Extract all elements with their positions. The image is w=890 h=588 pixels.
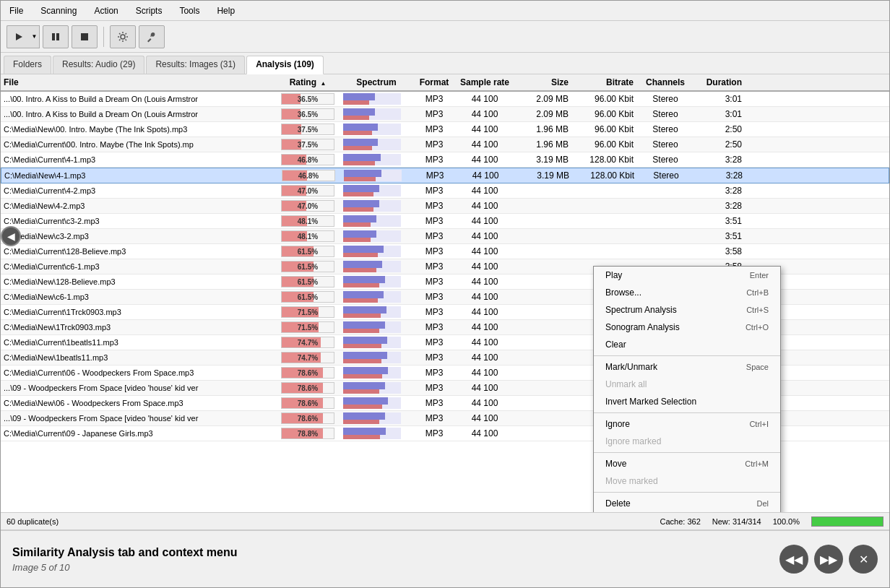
- nav-next-button[interactable]: ▶▶: [814, 545, 843, 574]
- col-header-duration[interactable]: Duration: [694, 76, 745, 89]
- ctx-item-label: Invert Marked Selection: [605, 397, 696, 407]
- table-row[interactable]: C:\Media\Current\00. Intro. Maybe (The I…: [1, 137, 889, 152]
- cell-samplerate: 44 100: [456, 92, 514, 105]
- cell-duration: 3:28: [694, 199, 745, 212]
- col-header-rating[interactable]: Rating ▲: [275, 76, 340, 89]
- menu-tools[interactable]: Tools: [176, 4, 202, 17]
- pause-button[interactable]: [43, 25, 69, 48]
- table-row[interactable]: C:\Media\Current\4-1.mp3 46.8% MP3 44 10…: [1, 152, 889, 168]
- tools-button[interactable]: [139, 25, 165, 48]
- caption-text: Similarity Analysis tab and context menu…: [12, 546, 238, 573]
- col-header-spectrum[interactable]: Spectrum: [340, 76, 412, 89]
- table-row[interactable]: ...\00. Intro. A Kiss to Build a Dream O…: [1, 92, 889, 107]
- cell-format: MP3: [412, 153, 456, 166]
- cell-size: [514, 326, 571, 329]
- context-menu-item-clear[interactable]: Clear: [594, 336, 780, 353]
- context-menu-item-mark-unmark[interactable]: Mark/UnmarkSpace: [594, 358, 780, 376]
- context-menu-item-ignore-marked: Ignore marked: [594, 433, 780, 450]
- table-row[interactable]: C:\Media\New\4-1.mp3 46.8% MP3 44 100 3.…: [1, 168, 889, 183]
- cell-file: C:\Media\Current\1beatls11.mp3: [1, 337, 275, 348]
- cell-spectrum: [340, 199, 412, 213]
- context-menu-item-move[interactable]: MoveCtrl+M: [594, 455, 780, 472]
- play-button[interactable]: [7, 25, 30, 48]
- context-menu-item-sonogram-analysis[interactable]: Sonogram AnalysisCtrl+O: [594, 319, 780, 336]
- cell-file: C:\Media\New\c3-2.mp3: [1, 230, 275, 242]
- context-menu-item-ignore[interactable]: IgnoreCtrl+I: [594, 415, 780, 433]
- col-header-size[interactable]: Size: [514, 76, 571, 89]
- cell-samplerate: 44 100: [456, 275, 514, 288]
- cell-bitrate: 96.00 Kbit: [571, 123, 636, 136]
- cell-bitrate: [571, 189, 636, 192]
- cell-file: C:\Media\New\128-Believe.mp3: [1, 276, 275, 287]
- cell-format: MP3: [412, 321, 456, 334]
- cell-spectrum: [340, 396, 412, 410]
- context-menu-item-browse---[interactable]: Browse...Ctrl+B: [594, 284, 780, 301]
- cell-size: [514, 250, 571, 253]
- cell-file: C:\Media\New\1Trck0903.mp3: [1, 321, 275, 333]
- context-menu-item-play[interactable]: PlayEnter: [594, 267, 780, 284]
- cell-duration: 2:50: [694, 123, 745, 136]
- cell-rating: 74.7%: [275, 335, 340, 350]
- cell-spectrum: [340, 411, 412, 425]
- cell-samplerate: 44 100: [456, 153, 514, 166]
- play-button-group: ▼: [7, 25, 40, 48]
- tab-results-audio[interactable]: Results: Audio (29): [53, 56, 144, 74]
- status-duplicates: 60 duplicate(s): [7, 517, 649, 526]
- context-menu-separator: [594, 492, 780, 493]
- cell-samplerate: 44 100: [456, 366, 514, 379]
- tab-results-images[interactable]: Results: Images (31): [146, 56, 245, 74]
- ctx-item-shortcut: Space: [746, 363, 769, 371]
- table-row[interactable]: ...\00. Intro. A Kiss to Build a Dream O…: [1, 107, 889, 122]
- cell-rating: 48.1%: [275, 229, 340, 243]
- cell-duration: 3:28: [694, 153, 745, 166]
- cell-format: MP3: [412, 92, 456, 105]
- col-header-file[interactable]: File: [1, 76, 275, 89]
- col-header-samplerate[interactable]: Sample rate: [456, 76, 514, 89]
- nav-close-button[interactable]: ✕: [849, 545, 878, 574]
- nav-prev-button[interactable]: ◀◀: [779, 545, 808, 574]
- cell-file: C:\Media\Current\128-Believe.mp3: [1, 246, 275, 257]
- table-row[interactable]: C:\Media\New\c3-2.mp3 48.1% MP3 44 100 3…: [1, 229, 889, 244]
- menu-scanning[interactable]: Scanning: [38, 4, 79, 17]
- tab-folders[interactable]: Folders: [4, 56, 51, 74]
- context-menu-separator: [594, 452, 780, 453]
- menu-scripts[interactable]: Scripts: [133, 4, 165, 17]
- back-button[interactable]: ◀: [1, 226, 21, 246]
- col-header-channels[interactable]: Channels: [636, 76, 694, 89]
- app-window: File Scanning Action Scripts Tools Help …: [0, 0, 890, 588]
- table-row[interactable]: C:\Media\Current\128-Believe.mp3 61.5% M…: [1, 244, 889, 259]
- cell-spectrum: [340, 426, 412, 441]
- cell-file: C:\Media\Current\4-1.mp3: [1, 154, 275, 165]
- menu-action[interactable]: Action: [91, 4, 121, 17]
- play-dropdown-arrow[interactable]: ▼: [30, 25, 40, 48]
- cell-size: [514, 356, 571, 359]
- cell-file: C:\Media\Current\c3-2.mp3: [1, 215, 275, 227]
- menu-help[interactable]: Help: [214, 4, 238, 17]
- col-header-bitrate[interactable]: Bitrate: [571, 76, 636, 89]
- context-menu-item-invert-marked-selection[interactable]: Invert Marked Selection: [594, 393, 780, 410]
- cell-samplerate: 44 100: [456, 138, 514, 151]
- cell-duration: 3:28: [695, 169, 746, 182]
- ctx-item-label: Ignore marked: [605, 436, 661, 446]
- col-header-format[interactable]: Format: [412, 76, 456, 89]
- cell-rating: 37.5%: [275, 137, 340, 152]
- table-row[interactable]: C:\Media\Current\c3-2.mp3 48.1% MP3 44 1…: [1, 214, 889, 229]
- cell-spectrum: [340, 122, 412, 137]
- ctx-item-label: Unmark all: [605, 379, 647, 389]
- table-row[interactable]: C:\Media\New\4-2.mp3 47.0% MP3 44 100 3:…: [1, 199, 889, 214]
- stop-button[interactable]: [72, 25, 98, 48]
- context-menu-item-delete[interactable]: DeleteDel: [594, 495, 780, 512]
- cell-format: MP3: [412, 412, 456, 425]
- cell-file: C:\Media\Current\06 - Woodpeckers From S…: [1, 367, 275, 379]
- cell-format: MP3: [413, 169, 457, 182]
- cell-channels: [636, 235, 694, 238]
- cell-spectrum: [340, 305, 412, 319]
- settings-button[interactable]: [110, 25, 136, 48]
- tab-analysis[interactable]: Analysis (109): [246, 56, 324, 74]
- menu-file[interactable]: File: [7, 4, 26, 17]
- cell-samplerate: 44 100: [456, 397, 514, 410]
- context-menu-item-spectrum-analysis[interactable]: Spectrum AnalysisCtrl+S: [594, 301, 780, 319]
- table-row[interactable]: C:\Media\New\00. Intro. Maybe (The Ink S…: [1, 122, 889, 137]
- cell-format: MP3: [412, 138, 456, 151]
- table-row[interactable]: C:\Media\Current\4-2.mp3 47.0% MP3 44 10…: [1, 183, 889, 199]
